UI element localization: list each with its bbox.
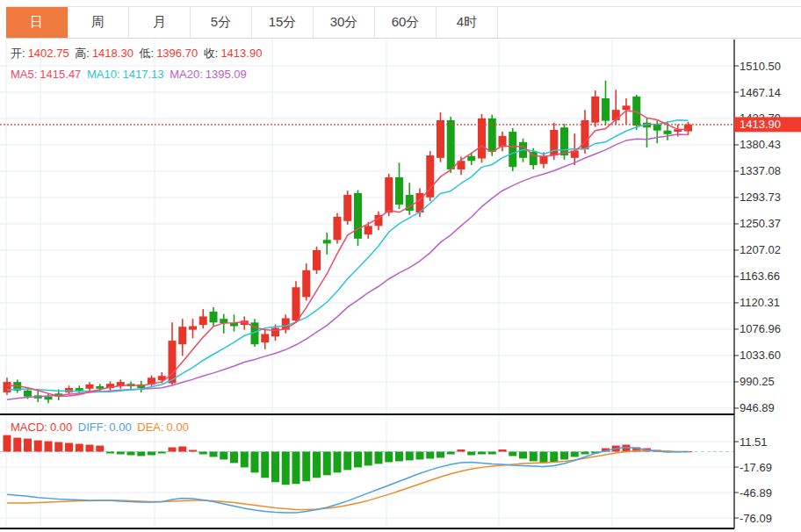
macd-hist-bar [406,452,414,461]
macd-hist-bar [45,442,53,452]
open-label: 开: [11,47,25,60]
tab-30min[interactable]: 30分 [314,7,375,38]
macd-hist-bar [488,452,496,455]
candle-body [343,195,351,221]
candle-body [354,193,362,239]
macd-hist-bar [323,452,331,476]
candle-body [45,397,53,399]
candle-body [210,312,218,322]
candle-body [509,132,516,167]
candle-body [271,328,279,337]
macd-hist-bar [117,452,125,455]
tab-4hour[interactable]: 4时 [437,7,498,38]
tab-day[interactable]: 日 [6,7,68,38]
candle-body [230,323,238,326]
macd-hist-bar [65,443,73,452]
macd-hist-bar [375,452,383,464]
current-price-badge-text: 1413.90 [740,118,781,131]
candle-body [602,98,610,121]
macd-hist-bar [106,452,114,454]
candle-body [395,177,403,205]
macd-hist-bar [251,452,259,473]
macd-hist-bar [148,452,155,456]
low-label: 低: [140,47,155,60]
candle-body [302,270,310,297]
ma10-label: MA10: [87,68,120,81]
macd-hist-bar [76,444,83,452]
candle-body [437,120,444,158]
candle-body [334,217,342,240]
macd-hist-bar [261,452,269,478]
open-value: 1402.75 [28,47,69,60]
price-axis-label: 1510.50 [740,60,781,73]
macd-hist-bar [458,449,465,451]
macd-hist-bar [86,445,94,452]
macd-hist-bar [178,447,186,452]
macd-hist-bar [395,452,403,462]
candle-body [467,156,475,162]
candle-body [385,177,393,212]
price-axis-label: 1337.08 [740,164,781,177]
price-axis-label: 990.25 [740,375,775,388]
macd-hist-bar [302,452,310,482]
high-label: 高: [75,47,90,60]
macd-hist-bar [241,452,249,468]
candle-body [540,156,548,164]
ma5-value: 1415.47 [40,68,81,81]
macd-hist-bar [385,452,393,463]
price-axis-label: 1163.66 [740,270,780,283]
candle-body [261,334,269,342]
macd-hist-bar [499,449,507,451]
macd-hist-bar [416,452,424,460]
macd-hist-bar [189,450,197,452]
candle-body [189,326,197,329]
ma-info-row: MA5:1415.47 MA10:1417.13 MA20:1395.09 [11,68,249,81]
ma20-line [7,134,689,399]
candle-body [323,240,331,243]
macd-hist-bar [169,448,177,452]
candle-body [560,127,568,155]
diff-value: 0.00 [109,421,131,434]
price-axis-label: 1467.14 [740,86,781,99]
candle-body [199,316,207,325]
candle-body [4,382,11,392]
macd-hist-bar [96,446,104,452]
candle-body [612,110,620,120]
candle-body [76,388,83,391]
tab-5min[interactable]: 5分 [191,7,252,38]
price-axis-label: 1120.31 [740,296,780,309]
macd-hist-bar [54,442,62,452]
macd-hist-bar [509,452,516,457]
price-axis-label: 946.89 [740,401,775,414]
price-axis-label: 1293.73 [740,191,781,204]
macd-hist-bar [550,452,558,463]
macd-hist-bar [467,452,475,456]
candle-body [282,318,290,329]
ma20-value: 1395.09 [206,68,247,81]
price-axis-label: 1207.02 [740,243,781,256]
tab-month[interactable]: 月 [129,7,191,38]
tab-week[interactable]: 周 [68,7,129,38]
macd-hist-bar [24,439,32,452]
tab-15min[interactable]: 15分 [252,7,314,38]
ma10-value: 1417.13 [123,68,164,81]
macd-hist-bar [158,452,166,454]
candle-body [664,131,672,134]
candle-body [684,125,692,132]
macd-hist-bar [426,452,434,459]
diff-label: DIFF: [78,421,107,434]
macd-hist-bar [571,452,579,457]
macd-hist-bar [210,452,218,457]
macd-value: 0.00 [50,421,72,434]
candle-body [653,125,661,131]
macd-hist-bar [354,452,362,468]
candle-body [488,119,496,152]
macd-hist-bar [271,452,279,483]
macd-hist-bar [137,452,145,457]
dea-label: DEA: [137,421,163,434]
ma10-line [7,120,689,392]
price-axis-label: 1076.96 [740,322,781,335]
tab-60min[interactable]: 60分 [375,7,437,38]
low-value: 1396.70 [156,47,198,60]
macd-hist-bar [127,452,135,456]
